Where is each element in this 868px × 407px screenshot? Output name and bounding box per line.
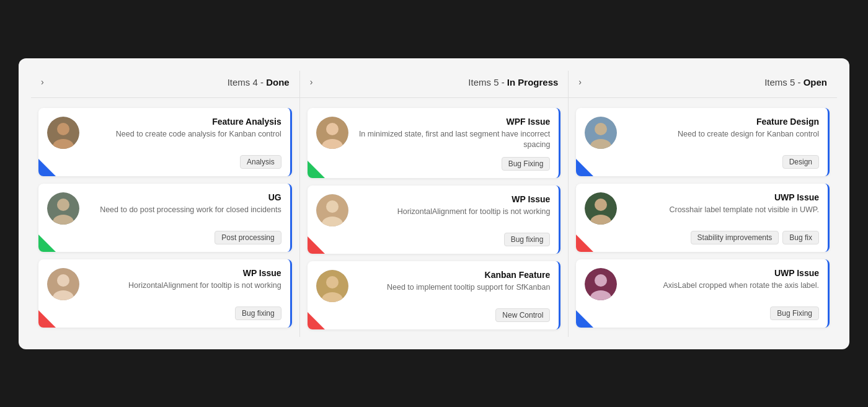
- card-tags: Bug Fixing: [585, 306, 819, 320]
- column-in-progress: ›Items 5 - In ProgressWPF IssueIn minimi…: [300, 71, 569, 337]
- card-card-1[interactable]: Feature AnalysisNeed to create code anal…: [38, 108, 292, 176]
- card-tags: Bug fixing: [47, 306, 281, 320]
- svg-point-7: [57, 274, 69, 287]
- column-done: ›Items 4 - DoneFeature AnalysisNeed to c…: [31, 71, 300, 337]
- card-card-7[interactable]: Feature DesignNeed to create design for …: [576, 108, 830, 176]
- card-tags: Bug Fixing: [316, 157, 551, 171]
- avatar: [585, 268, 617, 300]
- chevron-icon-in-progress[interactable]: ›: [310, 77, 313, 87]
- card-card-4[interactable]: WPF IssueIn minimized state, first and l…: [308, 108, 561, 178]
- card-card-2[interactable]: UGNeed to do post processing work for cl…: [38, 184, 292, 252]
- card-tags: Stability improvementsBug fix: [585, 231, 819, 244]
- avatar: [316, 270, 348, 302]
- card-title: UWP Issue: [624, 268, 819, 278]
- card-description: Need to do post processing work for clos…: [87, 205, 281, 216]
- card-card-6[interactable]: Kanban FeatureNeed to implement tooltip …: [308, 261, 561, 329]
- card-title: WP Issue: [87, 268, 281, 278]
- card-tags: Analysis: [47, 155, 281, 169]
- cards-list-in-progress: WPF IssueIn minimized state, first and l…: [300, 108, 569, 337]
- avatar: [47, 117, 79, 149]
- column-open: ›Items 5 - OpenFeature DesignNeed to cre…: [569, 71, 837, 337]
- corner-green-indicator: [308, 161, 325, 178]
- card-tags: Post processing: [47, 231, 281, 244]
- card-title: WP Issue: [356, 194, 551, 204]
- card-description: Crosshair label template not visible in …: [624, 205, 819, 216]
- avatar: [585, 192, 617, 225]
- card-tags: New Control: [316, 308, 551, 322]
- cards-list-open: Feature DesignNeed to create design for …: [569, 108, 837, 335]
- card-card-8[interactable]: UWP IssueCrosshair label template not vi…: [576, 184, 830, 252]
- card-tag: Stability improvements: [691, 231, 779, 244]
- card-tag: Post processing: [215, 231, 281, 244]
- card-description: AxisLabel cropped when rotate the axis l…: [624, 280, 819, 292]
- card-title: Feature Analysis: [87, 117, 281, 127]
- cards-list-done: Feature AnalysisNeed to create code anal…: [31, 108, 299, 335]
- corner-blue-indicator: [576, 310, 593, 328]
- svg-point-19: [595, 123, 607, 135]
- card-title: Kanban Feature: [356, 270, 551, 280]
- card-title: UWP Issue: [624, 192, 819, 202]
- card-card-5[interactable]: WP IssueHorizontalAlignment for tooltip …: [308, 186, 561, 254]
- card-tag: Bug Fixing: [502, 157, 551, 171]
- column-title-in-progress: Items 5 - In Progress: [468, 77, 558, 87]
- card-description: HorizontalAlignment for tooltip is not w…: [356, 207, 551, 218]
- card-description: Need to create code analysis for Kanban …: [87, 129, 281, 140]
- avatar: [47, 268, 79, 300]
- card-tags: Bug fixing: [316, 233, 551, 246]
- corner-red-indicator: [308, 236, 325, 254]
- column-header-in-progress: ›Items 5 - In Progress: [300, 71, 569, 98]
- card-tag: Bug Fixing: [770, 306, 819, 320]
- corner-green-indicator: [38, 235, 56, 252]
- card-title: UG: [87, 192, 281, 202]
- corner-red-indicator: [38, 310, 56, 328]
- chevron-icon-done[interactable]: ›: [41, 77, 44, 87]
- svg-point-1: [57, 123, 69, 135]
- kanban-board: ›Items 4 - DoneFeature AnalysisNeed to c…: [19, 58, 849, 349]
- card-tag: New Control: [495, 308, 550, 322]
- column-header-done: ›Items 4 - Done: [31, 71, 299, 98]
- corner-red-indicator: [576, 235, 593, 252]
- card-tag: Design: [782, 155, 819, 169]
- card-card-3[interactable]: WP IssueHorizontalAlignment for tooltip …: [38, 259, 292, 328]
- card-description: Need to implement tooltip support for Sf…: [356, 282, 551, 293]
- corner-red-indicator: [308, 312, 325, 329]
- column-title-open: Items 5 - Open: [764, 77, 827, 87]
- card-description: Need to create design for Kanban control: [624, 129, 819, 140]
- card-description: HorizontalAlignment for tooltip is not w…: [87, 280, 281, 292]
- svg-point-25: [595, 274, 607, 287]
- card-card-9[interactable]: UWP IssueAxisLabel cropped when rotate t…: [576, 259, 830, 328]
- avatar: [316, 194, 348, 226]
- column-header-open: ›Items 5 - Open: [569, 71, 837, 98]
- card-title: WPF Issue: [356, 117, 551, 127]
- chevron-icon-open[interactable]: ›: [578, 77, 582, 87]
- card-tag: Bug fixing: [504, 233, 551, 246]
- column-title-done: Items 4 - Done: [228, 77, 290, 87]
- corner-blue-indicator: [38, 159, 56, 176]
- svg-point-13: [326, 200, 339, 213]
- card-title: Feature Design: [624, 117, 819, 127]
- avatar: [47, 192, 79, 225]
- card-tags: Design: [585, 155, 819, 169]
- avatar: [585, 117, 617, 149]
- svg-point-4: [57, 199, 69, 211]
- svg-point-16: [326, 276, 339, 288]
- card-description: In minimized state, first and last segme…: [356, 129, 551, 151]
- svg-point-22: [595, 199, 607, 211]
- card-tag: Analysis: [240, 155, 281, 169]
- svg-point-10: [326, 123, 339, 135]
- card-tag: Bug fix: [782, 231, 819, 244]
- corner-blue-indicator: [576, 159, 593, 176]
- card-tag: Bug fixing: [235, 306, 281, 320]
- avatar: [316, 117, 348, 149]
